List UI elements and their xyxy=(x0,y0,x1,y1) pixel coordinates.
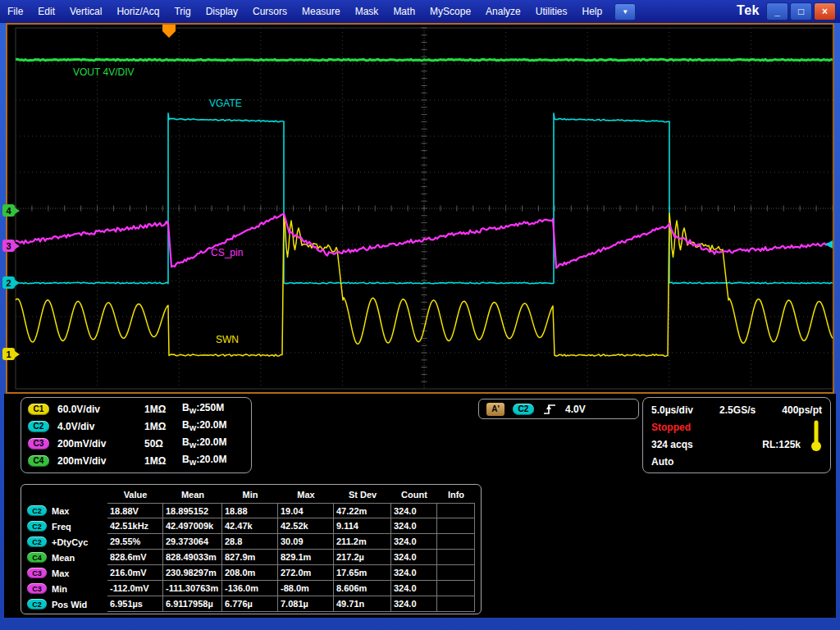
restore-button[interactable]: □ xyxy=(790,2,812,21)
measurement-count-cell: 324.0 xyxy=(391,550,437,565)
channel-badge-C2: C2 xyxy=(28,421,49,432)
channel-scale[interactable]: 200mV/div xyxy=(57,455,144,467)
channel-badge-C2: C2 xyxy=(27,521,47,532)
measurement-row: C4Mean828.6mV828.49033m827.9m829.1m217.2… xyxy=(24,550,478,565)
tek-logo: Tek xyxy=(737,3,760,18)
trigger-readout-panel: A' C2 4.0V xyxy=(478,399,639,419)
menu-item-edit[interactable]: Edit xyxy=(30,0,62,23)
graticule: VOUT 4V/DIVVGATECS_pinSWN4321 xyxy=(7,25,833,392)
measurement-info-cell xyxy=(437,581,475,596)
channel-bandwidth[interactable]: BW:250M xyxy=(182,402,244,415)
measurement-value-cell: 828.6mV xyxy=(107,550,163,565)
channel-impedance[interactable]: 1MΩ xyxy=(144,404,182,415)
channel-badge-C2: C2 xyxy=(27,536,47,547)
trigger-level-marker[interactable] xyxy=(825,240,833,249)
measurement-value-cell: -112.0mV xyxy=(107,581,163,596)
svg-text:3: 3 xyxy=(6,241,11,251)
channel-impedance[interactable]: 1MΩ xyxy=(144,455,182,467)
measurement-name: Max xyxy=(52,506,69,516)
measurement-mean-cell: 18.895152 xyxy=(163,503,222,518)
menu-item-cursors[interactable]: Cursors xyxy=(245,0,294,23)
channel-bandwidth[interactable]: BW:20.0M xyxy=(182,436,244,450)
channel-badge-C3: C3 xyxy=(27,568,47,578)
channel-marker-2[interactable]: 2 xyxy=(2,276,20,289)
menu-item-myscope[interactable]: MyScope xyxy=(422,0,478,23)
measurement-info-cell xyxy=(437,550,475,565)
channel-marker-1[interactable]: 1 xyxy=(2,348,20,360)
sample-resolution: 400ps/pt xyxy=(782,404,822,416)
trace-vout xyxy=(16,59,833,61)
menu-item-analyze[interactable]: Analyze xyxy=(478,0,528,23)
measurement-min-cell: 18.88 xyxy=(222,503,278,518)
record-length: RL:125k xyxy=(762,439,801,450)
measurement-stdev-cell: 47.22m xyxy=(334,503,391,518)
measurement-name-cell: C2+DtyCyc xyxy=(24,534,107,550)
channel-scale[interactable]: 60.0V/div xyxy=(57,404,144,415)
channel-marker-4[interactable]: 4 xyxy=(2,204,20,217)
channel-badge-C2: C2 xyxy=(27,599,47,609)
measurement-name-cell: C4Mean xyxy=(24,550,107,565)
menu-item-trig[interactable]: Trig xyxy=(167,0,198,23)
menu-item-measure[interactable]: Measure xyxy=(294,0,348,23)
measurement-header-blank xyxy=(24,486,107,503)
measurement-count-cell: 324.0 xyxy=(391,518,437,534)
menu-item-mask[interactable]: Mask xyxy=(348,0,386,23)
measurement-max-cell: 829.1m xyxy=(278,550,334,565)
measurement-mean-cell: 828.49033m xyxy=(163,550,222,565)
channel-badge-C2: C2 xyxy=(27,505,47,516)
close-button[interactable]: × xyxy=(814,2,836,21)
measurement-mean-cell: 29.373064 xyxy=(163,534,222,550)
channel-bandwidth[interactable]: BW:20.0M xyxy=(182,454,244,467)
menu-item-vertical[interactable]: Vertical xyxy=(62,0,109,23)
measurement-name: Mean xyxy=(52,553,75,563)
menu-item-help[interactable]: Help xyxy=(574,0,609,23)
channel-settings-panel: C160.0V/div1MΩBW:250MC24.0V/div1MΩBW:20.… xyxy=(21,397,252,473)
measurement-mean-cell: 42.497009k xyxy=(163,518,222,534)
trigger-a-badge[interactable]: A' xyxy=(486,403,504,416)
trigger-level-value[interactable]: 4.0V xyxy=(565,404,586,415)
trigger-position-marker[interactable] xyxy=(162,25,176,38)
svg-text:1: 1 xyxy=(6,349,11,359)
channel-bandwidth[interactable]: BW:20.0M xyxy=(182,419,244,432)
channel-scale[interactable]: 200mV/div xyxy=(57,438,144,450)
menu-item-file[interactable]: File xyxy=(0,0,30,23)
measurement-name-cell: C2Freq xyxy=(24,518,107,534)
chevron-down-icon: ▼ xyxy=(622,8,628,16)
measurement-info-cell xyxy=(437,518,475,534)
measurement-value-cell: 42.51kHz xyxy=(107,518,163,534)
menu-items: FileEditVerticalHoriz/AcqTrigDisplayCurs… xyxy=(0,0,609,23)
minimize-button[interactable]: _ xyxy=(766,2,788,21)
channel-settings-row: C24.0V/div1MΩBW:20.0M xyxy=(28,418,244,435)
acquisition-indicator-icon xyxy=(810,419,822,454)
measurement-value-cell: 29.55% xyxy=(107,534,163,550)
measurement-row: C3Max216.0mV230.98297m208.0m272.0m17.65m… xyxy=(24,565,478,581)
menu-item-horiz-acq[interactable]: Horiz/Acq xyxy=(109,0,167,23)
measurement-min-cell: 42.47k xyxy=(222,518,278,534)
channel-scale[interactable]: 4.0V/div xyxy=(57,421,144,432)
measurement-stdev-cell: 211.2m xyxy=(334,534,391,550)
channel-badge-C1: C1 xyxy=(28,404,49,415)
measurement-row: C2Freq42.51kHz42.497009k42.47k42.52k9.11… xyxy=(24,518,478,534)
timebase-scale[interactable]: 5.0µs/div xyxy=(651,404,693,416)
channel-impedance[interactable]: 50Ω xyxy=(144,438,182,450)
channel-impedance[interactable]: 1MΩ xyxy=(144,421,182,432)
menu-overflow-button[interactable]: ▼ xyxy=(614,3,636,21)
graticule-grid: VOUT 4V/DIVVGATECS_pinSWN4321 xyxy=(2,25,833,389)
measurement-header-min: Min xyxy=(222,486,278,503)
measurement-header-value: Value xyxy=(107,486,163,503)
trigger-mode[interactable]: Auto xyxy=(651,456,673,468)
sample-rate: 2.5GS/s xyxy=(719,404,756,416)
channel-badge-C4: C4 xyxy=(28,455,49,467)
menu-item-utilities[interactable]: Utilities xyxy=(528,0,575,23)
menu-item-display[interactable]: Display xyxy=(199,0,245,23)
trace-label-swn: SWN xyxy=(216,334,239,345)
measurement-max-cell: 7.081µ xyxy=(278,596,334,612)
measurement-name-cell: C3Max xyxy=(24,565,107,581)
measurement-row: C2+DtyCyc29.55%29.37306428.830.09211.2m3… xyxy=(24,534,478,550)
measurement-min-cell: 28.8 xyxy=(222,534,278,550)
channel-badge-trigger-source[interactable]: C2 xyxy=(513,404,534,415)
measurement-stdev-cell: 49.71n xyxy=(334,596,391,612)
channel-settings-row: C4200mV/div1MΩBW:20.0M xyxy=(28,452,244,469)
menu-item-math[interactable]: Math xyxy=(386,0,422,23)
measurement-mean-cell: -111.30763m xyxy=(163,581,222,596)
